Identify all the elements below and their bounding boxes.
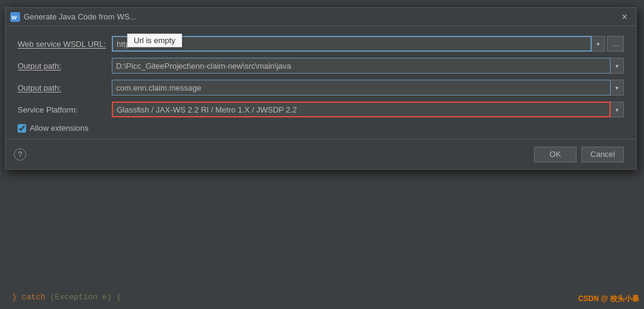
bg-code-area: } catch (Exception e) { (0, 285, 644, 310)
watermark: CSDN @ 校头小暴 (578, 294, 639, 304)
wsdl-dropdown-btn[interactable]: ▾ (592, 36, 605, 52)
service-platform-label: Service Platform: (18, 105, 112, 114)
output-path-input-wrapper: ▾ (112, 58, 624, 74)
allow-extensions-label: Allow extensions (30, 123, 89, 133)
wsdl-url-input[interactable] (112, 36, 592, 52)
url-empty-tooltip: Url is empty (127, 33, 182, 47)
package-row: Output path: ▾ (18, 80, 624, 95)
allow-extensions-checkbox[interactable] (18, 124, 26, 133)
service-platform-row: Service Platform: ▾ (18, 102, 624, 117)
wsdl-label: Web service WSDL URL: (18, 40, 112, 49)
output-path-input[interactable] (112, 58, 611, 74)
cancel-button[interactable]: Cancel (581, 147, 624, 162)
wsdl-browse-btn[interactable]: … (607, 36, 624, 52)
output-path-row: Output path: ▾ (18, 58, 624, 74)
svg-text:W: W (12, 15, 17, 21)
help-button[interactable]: ? (14, 148, 26, 161)
dialog-titlebar: W Generate Java Code from WS... × (5, 8, 636, 26)
package-dropdown-btn[interactable]: ▾ (611, 80, 624, 95)
output-path-label: Output path: (18, 61, 112, 71)
ok-button[interactable]: OK (534, 147, 577, 162)
service-platform-input[interactable] (112, 102, 611, 117)
dialog-overlay: } catch (Exception e) { CSDN @ 校头小暴 W Ge… (0, 0, 644, 309)
package-input[interactable] (112, 80, 611, 95)
close-button[interactable]: × (618, 10, 631, 24)
wsdl-row: Web service WSDL URL: ▾ … (18, 36, 624, 52)
dialog-footer: ? OK Cancel (5, 139, 636, 169)
package-label: Output path: (18, 83, 112, 92)
wsdl-input-wrapper: ▾ … (112, 36, 624, 52)
allow-extensions-row: Allow extensions (18, 123, 624, 133)
output-path-dropdown-btn[interactable]: ▾ (611, 58, 624, 74)
service-platform-dropdown-btn[interactable]: ▾ (611, 102, 624, 117)
dialog-title: Generate Java Code from WS... (24, 12, 618, 21)
service-platform-input-wrapper: ▾ (112, 102, 624, 117)
dialog-icon: W (10, 12, 20, 22)
dialog-window: W Generate Java Code from WS... × Url is… (5, 7, 637, 170)
package-input-wrapper: ▾ (112, 80, 624, 95)
